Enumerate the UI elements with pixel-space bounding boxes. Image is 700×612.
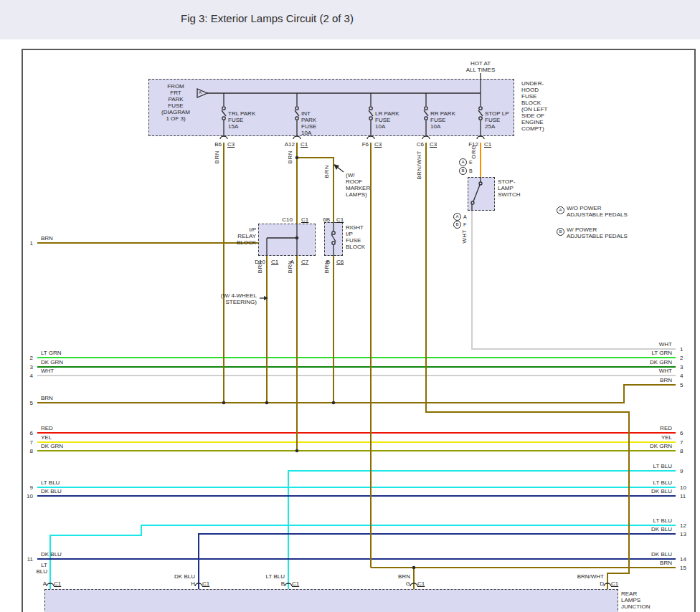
row-left-label-7: YEL — [41, 434, 52, 441]
rear-lamps-junction-label: REAR LAMPS JUNCTION — [621, 591, 664, 610]
connector-arc-c6 — [422, 136, 430, 139]
bottom-wire-label-ltblu: LT BLU — [32, 562, 47, 575]
fuse-label-stop-lp: STOP LP FUSE 25A — [485, 110, 515, 130]
row-left-num-6: 6 — [24, 430, 33, 436]
row-right-label-13: DK BLU — [629, 526, 672, 532]
wire-label-brn-2: BRN — [287, 150, 293, 163]
bottom-conn-c1-d: C1 — [611, 580, 618, 587]
stop-lamp-switch-label: STOP- LAMP SWITCH — [498, 178, 528, 198]
switch-pin-bot-b-val: F — [463, 222, 466, 227]
figure-title: Fig 3: Exterior Lamps Circuit (2 of 3) — [181, 12, 354, 24]
wire-label-brn-1: BRN — [214, 150, 220, 163]
conn-c6-fb: C6 — [336, 259, 344, 265]
conn-c7-relay: C7 — [301, 259, 308, 265]
bottom-wire-label-brnwht: BRN/WHT — [567, 573, 604, 580]
fuse-symbol-trl-park — [222, 93, 226, 136]
row-left-label-1: BRN — [41, 235, 53, 242]
circle-b-icon: B — [453, 221, 461, 229]
legend-a-label: W/O POWER ADJUSTABLE PEDALS — [567, 205, 635, 218]
bottom-pin-h: H — [182, 580, 195, 587]
row-right-label-10: LT BLU — [629, 479, 672, 486]
wire-dk-blu-row13 — [199, 534, 676, 589]
row-left-label-3: DK GRN — [41, 359, 63, 365]
row-right-label-9: LT BLU — [629, 463, 672, 469]
diagram-canvas: HOT AT ALL TIMES UNDER- HOOD FUSE BLOCK … — [22, 49, 696, 612]
row-right-label-15: BRN — [629, 560, 672, 566]
fuse-symbol-int-park — [295, 93, 299, 136]
row-right-label-4: WHT — [629, 368, 672, 374]
fuse-label-int-park: INT PARK FUSE 10A — [301, 110, 331, 136]
fuse-label-lr-park: LR PARK FUSE 10A — [375, 110, 405, 130]
row-left-num-7: 7 — [24, 439, 33, 446]
row-left-num-10: 10 — [24, 493, 33, 499]
roof-arrow-icon — [334, 164, 339, 170]
switch-pin-top-a-val: E — [469, 160, 473, 165]
connector-arc-b6 — [220, 136, 227, 139]
wire-lt-blu-row9 — [288, 471, 676, 589]
circle-a-icon: A — [459, 158, 467, 166]
pin-c6: C6 — [407, 141, 424, 148]
bottom-wire-label-brn: BRN — [382, 573, 410, 580]
wire-label-org: ORG — [470, 145, 477, 159]
pin-a12: A12 — [275, 141, 295, 148]
row-right-num-13: 13 — [680, 531, 689, 537]
underhood-fuse-block-label: UNDER- HOOD FUSE BLOCK (ON LEFT SIDE OF … — [521, 80, 564, 132]
ip-relay-block-label: I/P RELAY BLOCK — [233, 226, 256, 246]
figure-title-bar: Fig 3: Exterior Lamps Circuit (2 of 3) — [0, 0, 700, 39]
row-left-num-8: 8 — [24, 448, 33, 454]
row-right-num-1: 1 — [680, 346, 689, 353]
conn-c1-fb: C1 — [336, 216, 344, 223]
fuse-symbol-lr-park — [369, 93, 373, 136]
legend-circle-a-icon: A — [557, 206, 564, 214]
row-left-label-10: DK BLU — [41, 488, 62, 494]
row-left-label-2: LT GRN — [41, 350, 62, 356]
legend-circle-b-icon: B — [557, 228, 564, 236]
hot-at-all-times-label: HOT AT ALL TIMES — [464, 60, 497, 73]
wire-label-wht: WHT — [461, 229, 468, 244]
connector-arc-f12 — [477, 136, 484, 139]
bottom-pin-g: G — [397, 580, 410, 587]
stop-lamp-switch-internals — [471, 177, 482, 211]
row-left-num-5: 5 — [24, 400, 33, 406]
row-right-label-3: DK GRN — [629, 359, 672, 365]
right-ip-fuse-block-label: RIGHT I/P FUSE BLOCK — [346, 224, 372, 250]
wiring-svg — [23, 50, 694, 612]
row-right-label-5: BRN — [629, 377, 672, 383]
row-right-num-14: 14 — [680, 556, 689, 563]
pin-6b: 6B — [314, 216, 330, 223]
row-right-num-11: 11 — [680, 493, 689, 499]
bottom-conn-c1-h: C1 — [202, 580, 209, 587]
row-left-label-8: DK GRN — [41, 443, 63, 449]
wire-label-brnwht: BRN/WHT — [416, 150, 422, 180]
switch-pin-top-b: B B — [459, 167, 473, 175]
wire-rows — [37, 358, 676, 589]
row-left-label-4: WHT — [41, 368, 54, 374]
fuse-symbol-stop-lp — [478, 93, 483, 136]
fuse-symbol-rr-park — [424, 93, 428, 136]
relay-block-internals — [267, 224, 297, 256]
legend-b-label: W/ POWER ADJUSTABLE PEDALS — [567, 226, 635, 239]
bottom-pin-d: D — [591, 580, 604, 587]
row-right-num-8: 8 — [680, 448, 689, 454]
row-left-num-1: 1 — [24, 240, 33, 247]
connector-arc-a12 — [293, 136, 301, 139]
row-left-label-6: RED — [41, 425, 53, 431]
row-right-label-12: LT BLU — [629, 517, 672, 524]
bottom-pin-a: A — [34, 580, 47, 587]
row-right-label-2: LT GRN — [629, 350, 672, 356]
row-right-label-7: YEL — [629, 434, 672, 441]
row-right-num-15: 15 — [680, 565, 689, 571]
annotation-arrows — [260, 164, 344, 300]
row-right-num-4: 4 — [680, 373, 689, 379]
row-right-num-7: 7 — [680, 439, 689, 446]
row-left-num-4: 4 — [24, 373, 33, 379]
connector-arc-f6 — [367, 136, 374, 139]
row-left-num-2: 2 — [24, 355, 33, 361]
wire-label-brn-3: BRN — [323, 165, 330, 178]
row-right-num-2: 2 — [680, 355, 689, 361]
conn-c1-relay-top: C1 — [301, 216, 308, 223]
bottom-conn-c1-a: C1 — [54, 580, 61, 587]
pin-f6: F6 — [351, 141, 369, 148]
four-wheel-steering-note: (W/ 4-WHEEL STEERING) — [195, 292, 257, 305]
row-right-num-10: 10 — [680, 484, 689, 491]
